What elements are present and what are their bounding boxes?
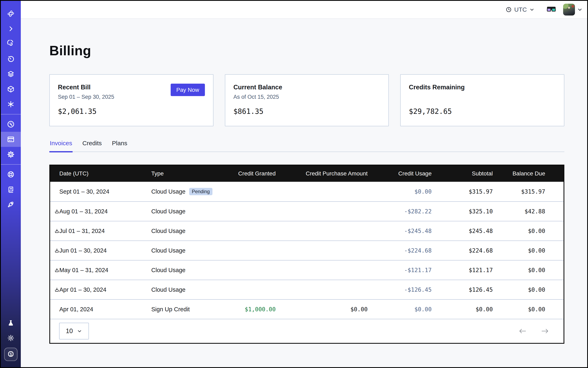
credits-remaining-card: Credits Remaining $29,782.65 xyxy=(400,74,564,126)
subtotal: $126.45 xyxy=(432,286,493,293)
book-sparkle-icon[interactable] xyxy=(1,182,21,197)
gear-icon[interactable] xyxy=(1,147,21,162)
spiral-icon[interactable] xyxy=(1,36,21,51)
table-footer: 10 xyxy=(50,319,563,343)
download-invoice-icon[interactable] xyxy=(54,228,59,234)
card-title: Recent Bill xyxy=(58,84,114,91)
pagination-arrows xyxy=(519,328,549,334)
status-badge: Pending xyxy=(189,188,212,195)
pay-now-button[interactable]: Pay Now xyxy=(171,84,205,96)
billing-tabs: Invoices Credits Plans xyxy=(49,140,564,152)
dollar-badge-icon: $ xyxy=(7,350,15,359)
tab-plans[interactable]: Plans xyxy=(111,140,128,152)
table-row: Jul 01 – 31, 2024Cloud Usage-$245.48$245… xyxy=(50,221,563,240)
download-invoice-icon[interactable] xyxy=(54,248,59,254)
page-title: Billing xyxy=(49,43,564,58)
subtotal: $0.00 xyxy=(432,306,493,313)
invoice-date: Apr 01, 2024 xyxy=(59,306,93,313)
sidebar-item-billing[interactable] xyxy=(1,132,21,147)
subtotal: $325.10 xyxy=(432,208,493,215)
orbit-logo-icon[interactable] xyxy=(1,6,21,21)
credit-usage: -$282.22 xyxy=(368,208,432,215)
table-row: Apr 01, 2024Sign Up Credit$1,000.00$0.00… xyxy=(50,299,563,319)
invoice-date: Sept 01 – 30, 2024 xyxy=(59,188,109,195)
invoice-type: Cloud Usage xyxy=(151,286,186,293)
page-size-select[interactable]: 10 xyxy=(59,323,89,340)
chevron-right-icon[interactable] xyxy=(1,21,21,36)
card-amount: $2,061.35 xyxy=(58,107,205,115)
previous-page-arrow-icon[interactable] xyxy=(519,328,526,334)
wheel-icon[interactable] xyxy=(1,167,21,182)
download-slot-empty xyxy=(54,188,59,195)
next-page-arrow-icon[interactable] xyxy=(541,328,549,334)
credit-purchase-amount: $0.00 xyxy=(276,306,368,313)
sun-icon[interactable] xyxy=(1,331,21,346)
gauge-icon[interactable] xyxy=(1,117,21,132)
card-subtitle: Sep 01 – Sep 30, 2025 xyxy=(58,94,114,100)
billing-card-icon xyxy=(7,135,15,143)
column-header: Subtotal xyxy=(432,170,493,177)
timezone-label: UTC xyxy=(514,6,527,13)
summary-cards: Recent Bill Sep 01 – Sep 30, 2025 Pay No… xyxy=(49,74,564,126)
card-subtitle: As of Oct 15, 2025 xyxy=(234,94,380,100)
table-row: May 01 – 31, 2024Cloud Usage-$121.17$121… xyxy=(50,260,563,280)
clock-icon xyxy=(506,7,512,13)
card-title: Current Balance xyxy=(234,84,380,91)
column-header: Date (UTC) xyxy=(50,170,151,177)
sidebar-divider xyxy=(1,114,21,114)
invoice-date: Apr 01 – 30, 2024 xyxy=(59,286,106,293)
download-invoice-icon[interactable] xyxy=(54,208,59,214)
main-area: UTC Billing xyxy=(21,1,587,367)
invoices-table: Date (UTC)TypeCredit GrantedCredit Purch… xyxy=(49,165,564,344)
goggles-3d-icon[interactable] xyxy=(546,6,556,13)
balance-due: $0.00 xyxy=(493,306,563,313)
table-row: Jun 01 – 30, 2024Cloud Usage-$224.68$224… xyxy=(50,240,563,260)
sidebar-divider xyxy=(1,164,21,165)
invoice-type: Cloud Usage xyxy=(151,247,186,254)
card-subtitle xyxy=(409,94,556,100)
asterisk-icon[interactable] xyxy=(1,97,21,112)
billing-page: Billing Recent Bill Sep 01 – Sep 30, 202… xyxy=(21,19,587,352)
chevron-down-icon[interactable] xyxy=(577,7,583,12)
app-window: $ UTC xyxy=(0,0,588,368)
timer-icon[interactable] xyxy=(1,51,21,66)
invoice-type: Cloud Usage xyxy=(151,228,186,234)
avatar[interactable] xyxy=(563,4,575,16)
tab-invoices[interactable]: Invoices xyxy=(49,140,72,152)
invoice-date: May 01 – 31, 2024 xyxy=(59,267,108,274)
column-header: Type xyxy=(151,170,212,177)
download-invoice-icon[interactable] xyxy=(54,287,59,293)
table-body: Sept 01 – 30, 2024Cloud UsagePending$0.0… xyxy=(50,182,563,319)
credit-usage: $0.00 xyxy=(368,188,432,195)
column-header: Credit Purchase Amount xyxy=(276,170,368,177)
subtotal: $315.97 xyxy=(432,188,493,195)
column-header: Credit Granted xyxy=(212,170,276,177)
page-size-value: 10 xyxy=(66,327,73,335)
timezone-selector[interactable]: UTC xyxy=(506,6,534,13)
credit-usage: $0.00 xyxy=(368,306,432,313)
table-row: Sept 01 – 30, 2024Cloud UsagePending$0.0… xyxy=(50,182,563,201)
subtotal: $245.48 xyxy=(432,228,493,234)
credits-badge-button[interactable]: $ xyxy=(4,348,18,361)
subtotal: $224.68 xyxy=(432,247,493,254)
recent-bill-card: Recent Bill Sep 01 – Sep 30, 2025 Pay No… xyxy=(49,74,213,126)
balance-due: $0.00 xyxy=(493,228,563,234)
table-row: Aug 01 – 31, 2024Cloud Usage-$282.22$325… xyxy=(50,201,563,221)
download-invoice-icon[interactable] xyxy=(54,267,59,273)
cube-icon[interactable] xyxy=(1,82,21,97)
credit-usage: -$126.45 xyxy=(368,286,432,293)
layers-icon[interactable] xyxy=(1,66,21,82)
balance-due: $42.88 xyxy=(493,208,563,215)
card-amount: $861.35 xyxy=(234,107,380,115)
invoice-date: Jun 01 – 30, 2024 xyxy=(59,247,107,254)
invoice-type: Sign Up Credit xyxy=(151,306,190,313)
sidebar: $ xyxy=(1,1,21,367)
invoice-date: Jul 01 – 31, 2024 xyxy=(59,228,105,234)
credit-usage: -$224.68 xyxy=(368,247,432,254)
tab-credits[interactable]: Credits xyxy=(82,140,102,152)
flask-icon[interactable] xyxy=(1,315,21,331)
card-title: Credits Remaining xyxy=(409,84,556,91)
column-header: Balance Due xyxy=(493,170,563,177)
chevron-down-icon xyxy=(529,7,534,12)
rocket-icon[interactable] xyxy=(1,197,21,212)
